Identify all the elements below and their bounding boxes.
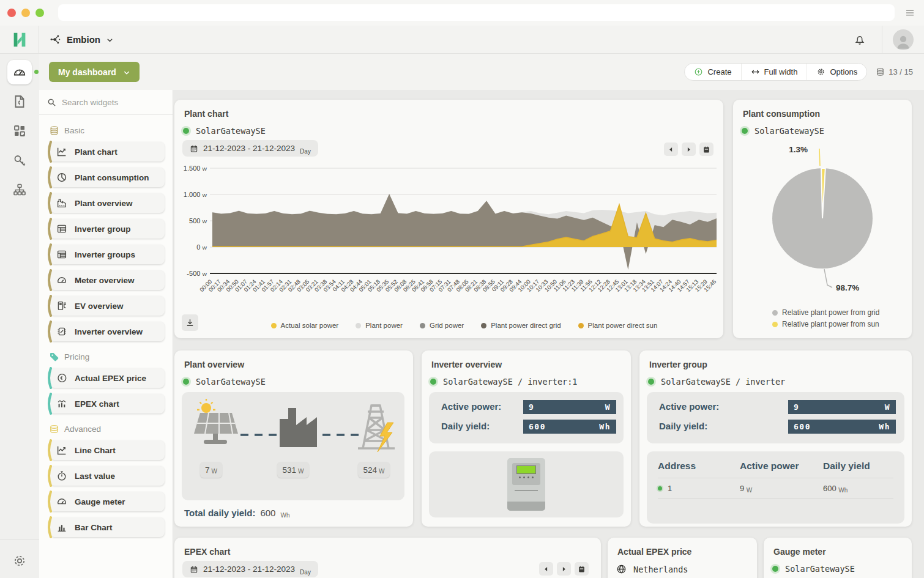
nav-dashboard[interactable] <box>7 60 32 84</box>
epex-chart-widget[interactable]: EPEX chart 21-12-2023 - 21-12-2023 Day <box>174 538 601 578</box>
widget-item-last-value[interactable]: Last value <box>50 466 165 486</box>
widget-item-label: Line Chart <box>75 446 116 455</box>
gear-icon <box>12 554 27 568</box>
widget-item-inverter-overview[interactable]: Inverter overview <box>50 322 165 341</box>
nav-hierarchy[interactable] <box>7 177 32 202</box>
device-name: SolarGatewaySE <box>785 564 855 574</box>
notifications-button[interactable] <box>854 34 866 46</box>
next-period-button[interactable] <box>557 562 571 576</box>
grid-tower-icon <box>358 406 395 452</box>
inverter-icon <box>56 326 67 337</box>
widget-item-ev-overview[interactable]: EV overview <box>50 296 165 316</box>
plant-power-chart[interactable]: 1.500 W1.000 W500 W0 W-500 W00:0000:1700… <box>176 165 722 313</box>
widget-item-plant-consumption[interactable]: Plant consumption <box>50 168 165 187</box>
org-name: Embion <box>67 34 100 45</box>
inverter-overview-widget[interactable]: Inverter overview SolarGatewaySE / inver… <box>422 350 631 527</box>
plant-consumption-widget[interactable]: Plant consumption SolarGatewaySE 1.3%98.… <box>733 100 912 338</box>
drag-bracket <box>46 393 52 415</box>
inverter-values-panel: Active power: 9W Daily yield: 600Wh <box>429 392 624 443</box>
globe-icon <box>616 564 627 574</box>
dashboard-selector-button[interactable]: My dashboard <box>49 62 140 82</box>
legend-dot <box>420 323 425 328</box>
download-chart-button[interactable] <box>182 314 198 331</box>
widget-item-inverter-group[interactable]: Inverter group <box>50 219 165 239</box>
device-name: SolarGatewaySE / inverter <box>661 377 785 387</box>
zoom-window-button[interactable] <box>35 9 44 17</box>
widget-item-epex-chart[interactable]: EPEX chart <box>50 394 165 413</box>
person-icon <box>894 33 912 50</box>
widget-item-inverter-groups[interactable]: Inverter groups <box>50 245 165 264</box>
widget-title: Plant consumption <box>733 100 912 119</box>
create-button[interactable]: Create <box>685 64 741 80</box>
widget-item-plant-chart[interactable]: Plant chart <box>50 142 165 161</box>
legend-dot <box>578 323 584 328</box>
jump-to-date-button[interactable] <box>575 562 589 576</box>
org-switcher[interactable]: Embion <box>39 26 114 53</box>
group-table-panel: AddressActive powerDaily yield19 W600 Wh <box>647 451 904 524</box>
device-name: SolarGatewaySE <box>196 126 266 136</box>
widget-title: EPEX chart <box>174 538 601 557</box>
widget-item-bar-chart[interactable]: Bar Chart <box>50 517 165 537</box>
widget-item-actual-epex-price[interactable]: Actual EPEX price <box>50 368 165 388</box>
calendar-icon <box>190 144 198 153</box>
widget-title: Inverter group <box>639 350 912 369</box>
icon-rail <box>0 54 39 578</box>
plant-chart-widget[interactable]: Plant chart SolarGatewaySE 21-12-2023 - … <box>174 100 723 338</box>
prev-period-button[interactable] <box>539 562 553 576</box>
create-label: Create <box>707 67 731 76</box>
plant-flow-panel: 7W 531W 524W <box>182 392 404 500</box>
app-logo[interactable] <box>0 26 39 53</box>
widget-count: 13 / 15 <box>876 67 913 76</box>
nav-apps[interactable] <box>7 119 32 143</box>
svg-text:1.500 W: 1.500 W <box>184 165 207 172</box>
chevron-right-icon <box>685 146 692 153</box>
active-power-cell: 9 W <box>740 484 823 493</box>
inverter-group-widget[interactable]: Inverter group SolarGatewaySE / inverter… <box>639 350 912 527</box>
date-range-picker[interactable]: 21-12-2023 - 21-12-2023 Day <box>182 561 318 577</box>
device-row: SolarGatewaySE <box>733 119 912 136</box>
full-width-button[interactable]: Full width <box>742 64 808 80</box>
close-window-button[interactable] <box>7 9 16 17</box>
nav-access-keys[interactable] <box>7 148 32 172</box>
legend-item-plant-power: Plant power <box>356 322 403 329</box>
widget-item-label: Plant consumption <box>75 173 149 182</box>
nav-billing[interactable] <box>7 89 32 114</box>
widget-item-plant-overview[interactable]: Plant overview <box>50 193 165 213</box>
actual-epex-price-widget[interactable]: Actual EPEX price Netherlands <box>608 538 757 578</box>
date-range-picker[interactable]: 21-12-2023 - 21-12-2023 Day <box>182 140 318 157</box>
line-chart-icon <box>56 146 67 157</box>
widget-item-label: Plant overview <box>75 199 133 208</box>
gauge-meter-widget[interactable]: Gauge meter SolarGatewaySE <box>764 538 912 578</box>
svg-text:98.7%: 98.7% <box>836 283 859 292</box>
consumption-pie-chart[interactable]: 1.3%98.7% <box>733 134 912 303</box>
minimize-window-button[interactable] <box>21 9 30 17</box>
next-period-button[interactable] <box>682 143 696 156</box>
chevron-down-icon <box>106 35 114 43</box>
table-row[interactable]: 19 W600 Wh <box>658 478 893 499</box>
widget-item-meter-overview[interactable]: Meter overview <box>50 270 165 290</box>
daily-yield-cell: 600 Wh <box>823 484 893 493</box>
stack-icon <box>876 67 885 76</box>
widget-item-line-chart[interactable]: Line Chart <box>50 440 165 460</box>
widget-title: Plant overview <box>174 350 413 369</box>
url-bar[interactable] <box>58 4 895 21</box>
search-icon <box>47 98 56 107</box>
widget-panel: BasicPlant chartPlant consumptionPlant o… <box>39 90 173 578</box>
widget-item-gauge-meter[interactable]: Gauge meter <box>50 492 165 511</box>
plant-overview-widget[interactable]: Plant overview SolarGatewaySE <box>174 350 413 527</box>
hierarchy-icon <box>12 182 27 197</box>
section-header-pricing: Pricing <box>49 352 164 362</box>
status-dot <box>648 379 654 385</box>
apps-grid-icon <box>12 124 27 138</box>
region-name: Netherlands <box>633 565 688 574</box>
chart-nav <box>539 562 589 576</box>
address-cell: 1 <box>658 484 740 493</box>
widget-search-input[interactable] <box>62 98 165 107</box>
nav-settings[interactable] <box>0 554 39 568</box>
avatar[interactable] <box>893 29 914 50</box>
prev-period-button[interactable] <box>664 143 678 156</box>
options-button[interactable]: Options <box>807 64 866 80</box>
inverter-table: AddressActive powerDaily yield19 W600 Wh <box>658 461 893 499</box>
browser-menu-icon[interactable] <box>904 7 915 18</box>
jump-to-date-button[interactable] <box>699 143 713 156</box>
